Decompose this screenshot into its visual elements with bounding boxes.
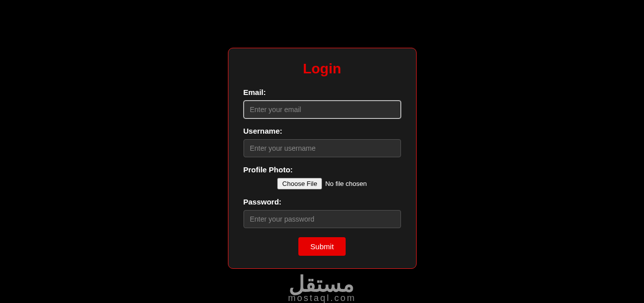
email-input[interactable]: [244, 100, 401, 119]
email-label: Email:: [244, 88, 401, 96]
login-title: Login: [244, 61, 401, 77]
username-group: Username:: [244, 127, 401, 157]
password-label: Password:: [244, 197, 401, 206]
submit-button[interactable]: Submit: [298, 237, 346, 256]
email-group: Email:: [244, 88, 401, 119]
file-status: No file chosen: [325, 180, 366, 187]
password-group: Password:: [244, 197, 401, 228]
login-card: Login Email: Username: Profile Photo: Ch…: [228, 48, 417, 269]
watermark: مستقل mostaql.com: [288, 273, 356, 303]
password-input[interactable]: [244, 210, 401, 228]
username-input[interactable]: [244, 139, 401, 157]
photo-group: Profile Photo: Choose File No file chose…: [244, 165, 401, 189]
file-row: Choose File No file chosen: [244, 178, 401, 189]
submit-row: Submit: [244, 237, 401, 256]
choose-file-button[interactable]: Choose File: [277, 178, 322, 189]
watermark-arabic: مستقل: [288, 273, 356, 295]
watermark-latin: mostaql.com: [288, 293, 356, 303]
photo-label: Profile Photo:: [244, 165, 401, 174]
username-label: Username:: [244, 127, 401, 135]
